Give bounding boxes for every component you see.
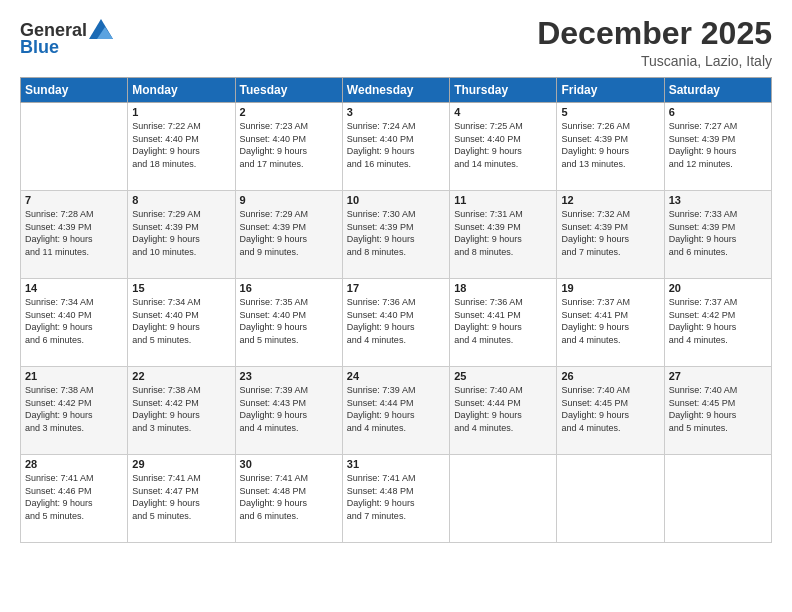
- cell-content: and 10 minutes.: [132, 246, 230, 259]
- cell-content: Sunrise: 7:39 AM: [240, 384, 338, 397]
- table-row: [557, 455, 664, 543]
- day-number: 16: [240, 282, 338, 294]
- table-row: 12Sunrise: 7:32 AMSunset: 4:39 PMDayligh…: [557, 191, 664, 279]
- calendar-week-row: 7Sunrise: 7:28 AMSunset: 4:39 PMDaylight…: [21, 191, 772, 279]
- page: General Blue December 2025 Tuscania, Laz…: [0, 0, 792, 612]
- cell-content: Sunrise: 7:37 AM: [561, 296, 659, 309]
- cell-content: Sunrise: 7:36 AM: [347, 296, 445, 309]
- cell-content: Sunrise: 7:33 AM: [669, 208, 767, 221]
- cell-content: and 16 minutes.: [347, 158, 445, 171]
- table-row: 13Sunrise: 7:33 AMSunset: 4:39 PMDayligh…: [664, 191, 771, 279]
- cell-content: Sunset: 4:40 PM: [240, 309, 338, 322]
- day-number: 2: [240, 106, 338, 118]
- cell-content: Daylight: 9 hours: [347, 497, 445, 510]
- table-row: 21Sunrise: 7:38 AMSunset: 4:42 PMDayligh…: [21, 367, 128, 455]
- table-row: [21, 103, 128, 191]
- calendar-week-row: 14Sunrise: 7:34 AMSunset: 4:40 PMDayligh…: [21, 279, 772, 367]
- cell-content: Sunset: 4:39 PM: [347, 221, 445, 234]
- table-row: 25Sunrise: 7:40 AMSunset: 4:44 PMDayligh…: [450, 367, 557, 455]
- table-row: 14Sunrise: 7:34 AMSunset: 4:40 PMDayligh…: [21, 279, 128, 367]
- table-row: 10Sunrise: 7:30 AMSunset: 4:39 PMDayligh…: [342, 191, 449, 279]
- table-row: 20Sunrise: 7:37 AMSunset: 4:42 PMDayligh…: [664, 279, 771, 367]
- table-row: 9Sunrise: 7:29 AMSunset: 4:39 PMDaylight…: [235, 191, 342, 279]
- cell-content: Sunrise: 7:38 AM: [25, 384, 123, 397]
- cell-content: Sunset: 4:40 PM: [132, 133, 230, 146]
- cell-content: and 5 minutes.: [240, 334, 338, 347]
- table-row: 17Sunrise: 7:36 AMSunset: 4:40 PMDayligh…: [342, 279, 449, 367]
- cell-content: Sunrise: 7:34 AM: [25, 296, 123, 309]
- cell-content: Daylight: 9 hours: [669, 321, 767, 334]
- day-number: 18: [454, 282, 552, 294]
- cell-content: Sunset: 4:44 PM: [347, 397, 445, 410]
- cell-content: Daylight: 9 hours: [561, 233, 659, 246]
- cell-content: and 6 minutes.: [25, 334, 123, 347]
- calendar-week-row: 28Sunrise: 7:41 AMSunset: 4:46 PMDayligh…: [21, 455, 772, 543]
- cell-content: Sunset: 4:40 PM: [240, 133, 338, 146]
- day-number: 6: [669, 106, 767, 118]
- cell-content: Sunset: 4:40 PM: [347, 133, 445, 146]
- day-number: 29: [132, 458, 230, 470]
- day-number: 11: [454, 194, 552, 206]
- cell-content: Sunrise: 7:28 AM: [25, 208, 123, 221]
- table-row: 24Sunrise: 7:39 AMSunset: 4:44 PMDayligh…: [342, 367, 449, 455]
- cell-content: Sunset: 4:39 PM: [669, 221, 767, 234]
- cell-content: Daylight: 9 hours: [132, 233, 230, 246]
- cell-content: Sunrise: 7:26 AM: [561, 120, 659, 133]
- table-row: 27Sunrise: 7:40 AMSunset: 4:45 PMDayligh…: [664, 367, 771, 455]
- day-number: 26: [561, 370, 659, 382]
- cell-content: and 17 minutes.: [240, 158, 338, 171]
- cell-content: Daylight: 9 hours: [347, 145, 445, 158]
- cell-content: Sunset: 4:40 PM: [347, 309, 445, 322]
- cell-content: Sunset: 4:44 PM: [454, 397, 552, 410]
- day-number: 25: [454, 370, 552, 382]
- cell-content: and 5 minutes.: [132, 334, 230, 347]
- page-title: December 2025: [537, 16, 772, 51]
- col-wednesday: Wednesday: [342, 78, 449, 103]
- day-number: 12: [561, 194, 659, 206]
- col-monday: Monday: [128, 78, 235, 103]
- cell-content: Sunset: 4:39 PM: [669, 133, 767, 146]
- cell-content: Daylight: 9 hours: [669, 409, 767, 422]
- cell-content: Sunrise: 7:31 AM: [454, 208, 552, 221]
- cell-content: Sunset: 4:39 PM: [561, 221, 659, 234]
- cell-content: Sunset: 4:48 PM: [240, 485, 338, 498]
- day-number: 24: [347, 370, 445, 382]
- cell-content: and 3 minutes.: [132, 422, 230, 435]
- cell-content: and 4 minutes.: [561, 334, 659, 347]
- cell-content: and 4 minutes.: [561, 422, 659, 435]
- cell-content: Daylight: 9 hours: [25, 233, 123, 246]
- cell-content: Sunrise: 7:40 AM: [669, 384, 767, 397]
- cell-content: Daylight: 9 hours: [347, 409, 445, 422]
- cell-content: Sunset: 4:41 PM: [454, 309, 552, 322]
- cell-content: Daylight: 9 hours: [347, 321, 445, 334]
- cell-content: Daylight: 9 hours: [669, 145, 767, 158]
- day-number: 10: [347, 194, 445, 206]
- cell-content: Sunset: 4:47 PM: [132, 485, 230, 498]
- day-number: 7: [25, 194, 123, 206]
- cell-content: and 7 minutes.: [561, 246, 659, 259]
- cell-content: Daylight: 9 hours: [240, 233, 338, 246]
- table-row: 28Sunrise: 7:41 AMSunset: 4:46 PMDayligh…: [21, 455, 128, 543]
- cell-content: Sunset: 4:40 PM: [454, 133, 552, 146]
- calendar: Sunday Monday Tuesday Wednesday Thursday…: [20, 77, 772, 543]
- table-row: 15Sunrise: 7:34 AMSunset: 4:40 PMDayligh…: [128, 279, 235, 367]
- cell-content: Daylight: 9 hours: [240, 497, 338, 510]
- page-subtitle: Tuscania, Lazio, Italy: [537, 53, 772, 69]
- cell-content: Daylight: 9 hours: [132, 409, 230, 422]
- day-number: 5: [561, 106, 659, 118]
- cell-content: and 11 minutes.: [25, 246, 123, 259]
- cell-content: and 8 minutes.: [347, 246, 445, 259]
- cell-content: Daylight: 9 hours: [25, 321, 123, 334]
- day-number: 14: [25, 282, 123, 294]
- table-row: 4Sunrise: 7:25 AMSunset: 4:40 PMDaylight…: [450, 103, 557, 191]
- cell-content: Sunset: 4:42 PM: [669, 309, 767, 322]
- cell-content: Daylight: 9 hours: [25, 409, 123, 422]
- cell-content: Daylight: 9 hours: [454, 233, 552, 246]
- cell-content: Sunrise: 7:29 AM: [132, 208, 230, 221]
- cell-content: Sunrise: 7:35 AM: [240, 296, 338, 309]
- table-row: 11Sunrise: 7:31 AMSunset: 4:39 PMDayligh…: [450, 191, 557, 279]
- cell-content: Daylight: 9 hours: [240, 409, 338, 422]
- cell-content: and 3 minutes.: [25, 422, 123, 435]
- cell-content: Sunset: 4:39 PM: [454, 221, 552, 234]
- cell-content: Sunset: 4:42 PM: [25, 397, 123, 410]
